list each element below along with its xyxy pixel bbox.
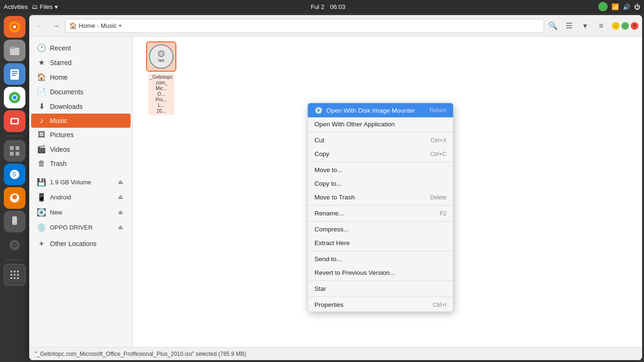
iso-label-text: iso <box>158 58 164 63</box>
sidebar-item-videos[interactable]: 🎬 Videos <box>31 142 131 156</box>
sidebar-label-oppo: OPPO DRIVER <box>50 224 92 231</box>
eject-android-button[interactable]: ⏏ <box>116 192 125 202</box>
sidebar-label-downloads: Downloads <box>50 103 83 110</box>
dock-separator <box>5 136 24 136</box>
sidebar-item-starred[interactable]: ★ Starred <box>31 55 131 70</box>
breadcrumb-chevron-icon[interactable]: ▾ <box>119 23 122 29</box>
search-button[interactable]: 🔍 <box>546 19 560 33</box>
clock: 06:03 <box>330 3 346 10</box>
fm-header: ← → 🏠 Home › Music ▾ 🔍 ☰ ▾ ≡ – □ ✕ <box>29 15 642 37</box>
ctx-sep-4 <box>308 221 453 222</box>
dock-appgrid[interactable] <box>4 140 25 162</box>
sidebar-label-music: Music <box>50 117 67 124</box>
forward-button[interactable]: → <box>49 19 63 33</box>
ctx-label-open-other: Open With Other Application <box>314 121 395 128</box>
svg-rect-8 <box>12 75 16 76</box>
ctx-revert[interactable]: Revert to Previous Version... <box>308 266 453 280</box>
sidebar-volume-new[interactable]: 💽 New ⏏ <box>31 205 131 220</box>
ctx-label-cut: Cut <box>314 137 324 144</box>
ctx-rename[interactable]: Rename... F2 <box>308 206 453 220</box>
ctx-sep-3 <box>308 205 453 206</box>
sidebar-item-documents[interactable]: 📄 Documents <box>31 84 131 99</box>
sidebar-label-pictures: Pictures <box>50 131 74 139</box>
sidebar-volume-1gb[interactable]: 💾 1.9 GB Volume ⏏ <box>31 174 131 189</box>
ctx-shortcut-open-disk: Return <box>429 107 446 114</box>
ctx-sep-5 <box>308 251 453 251</box>
eject-oppo-button[interactable]: ⏏ <box>116 222 125 232</box>
sidebar-item-pictures[interactable]: 🖼 Pictures <box>31 128 131 142</box>
breadcrumb-current[interactable]: Music ▾ <box>101 22 122 29</box>
svg-rect-6 <box>12 71 17 72</box>
ctx-label-send-to: Send to... <box>314 255 342 263</box>
sidebar-item-recent[interactable]: 🕐 Recent <box>31 41 131 55</box>
dock-show-apps[interactable] <box>4 264 25 286</box>
ctx-extract-here[interactable]: Extract Here <box>308 236 453 250</box>
files-menu[interactable]: 🗂 Files ▾ <box>32 3 58 10</box>
user-avatar-icon[interactable] <box>598 2 608 11</box>
dock-files[interactable] <box>4 40 25 61</box>
dock-firefox[interactable] <box>4 16 25 38</box>
breadcrumb-home[interactable]: 🏠 Home <box>69 22 95 29</box>
menu-button[interactable]: ≡ <box>594 19 608 33</box>
volume-1gb-icon: 💾 <box>37 178 46 187</box>
dock-phone[interactable] <box>4 211 25 232</box>
ctx-copy[interactable]: Copy Ctrl+C <box>308 147 453 161</box>
ctx-send-to[interactable]: Send to... <box>308 252 453 266</box>
ctx-compress[interactable]: Compress... <box>308 222 453 236</box>
starred-icon: ★ <box>37 58 46 67</box>
window-name: Ful 2 <box>311 3 324 10</box>
sidebar-volume-android[interactable]: 📱 Android ⏏ <box>31 189 131 205</box>
ctx-star[interactable]: Star <box>308 282 453 296</box>
svg-point-10 <box>12 95 17 100</box>
back-button[interactable]: ← <box>33 19 47 33</box>
dock-skype[interactable]: S <box>4 164 25 185</box>
sidebar-item-trash[interactable]: 🗑 Trash <box>31 156 131 171</box>
sidebar-item-downloads[interactable]: ⬇ Downloads <box>31 99 131 114</box>
dock-anydesk[interactable] <box>4 110 25 132</box>
svg-point-25 <box>13 243 17 247</box>
sidebar-item-home[interactable]: 🏠 Home <box>31 70 131 84</box>
sidebar-other-locations[interactable]: + Other Locations <box>31 237 131 251</box>
trash-icon: 🗑 <box>37 159 46 168</box>
svg-point-34 <box>14 277 16 279</box>
ctx-copy-to[interactable]: Copy to... <box>308 177 453 190</box>
dock-dvd[interactable] <box>4 234 25 256</box>
sidebar-item-music[interactable]: ♪ Music <box>31 114 131 128</box>
file-manager-window: ← → 🏠 Home › Music ▾ 🔍 ☰ ▾ ≡ – □ ✕ <box>29 15 642 360</box>
ctx-label-compress: Compress... <box>314 226 349 233</box>
volume-icon: 🔊 <box>623 3 630 10</box>
ctx-move-to[interactable]: Move to... <box>308 163 453 177</box>
android-icon: 📱 <box>37 193 46 202</box>
dock-writer[interactable] <box>4 63 25 85</box>
new-volume-icon: 💽 <box>37 208 46 217</box>
dock-blender[interactable] <box>4 187 25 209</box>
ctx-move-to-trash[interactable]: Move to Trash Delete <box>308 190 453 204</box>
other-locations-icon: + <box>37 239 46 248</box>
fm-content[interactable]: iso _Getintopc.com_Mic...O...Pro...L...2… <box>133 37 642 347</box>
view-list-button[interactable]: ☰ <box>562 19 576 33</box>
context-menu: 💿 Open With Disk Image Mounter Return Op… <box>307 103 454 312</box>
power-icon[interactable]: ⏻ <box>634 3 640 10</box>
ctx-properties[interactable]: Properties Ctrl+I <box>308 298 453 312</box>
svg-point-35 <box>17 277 19 279</box>
ctx-open-other-app[interactable]: Open With Other Application <box>308 117 453 131</box>
file-item-iso[interactable]: iso _Getintopc.com_Mic...O...Pro...L...2… <box>142 41 180 115</box>
eject-new-button[interactable]: ⏏ <box>116 207 125 217</box>
recent-icon: 🕐 <box>37 43 46 52</box>
ctx-sep-2 <box>308 162 453 162</box>
minimize-button[interactable]: – <box>612 22 619 30</box>
ctx-cut[interactable]: Cut Ctrl+X <box>308 133 453 147</box>
view-options-button[interactable]: ▾ <box>578 19 592 33</box>
maximize-button[interactable]: □ <box>621 22 629 30</box>
svg-point-32 <box>17 274 19 276</box>
breadcrumb-separator: › <box>97 23 99 29</box>
svg-rect-15 <box>16 146 19 150</box>
eject-1gb-button[interactable]: ⏏ <box>116 177 125 187</box>
sidebar-volume-oppo[interactable]: 💿 OPPO DRIVER ⏏ <box>31 220 131 235</box>
close-button[interactable]: ✕ <box>631 22 638 30</box>
activities-button[interactable]: Activities <box>4 3 28 10</box>
ctx-open-disk-image[interactable]: 💿 Open With Disk Image Mounter Return <box>308 103 453 117</box>
sidebar-label-recent: Recent <box>50 44 71 52</box>
ctx-shortcut-trash: Delete <box>430 194 446 201</box>
dock-chrome[interactable] <box>4 87 25 108</box>
